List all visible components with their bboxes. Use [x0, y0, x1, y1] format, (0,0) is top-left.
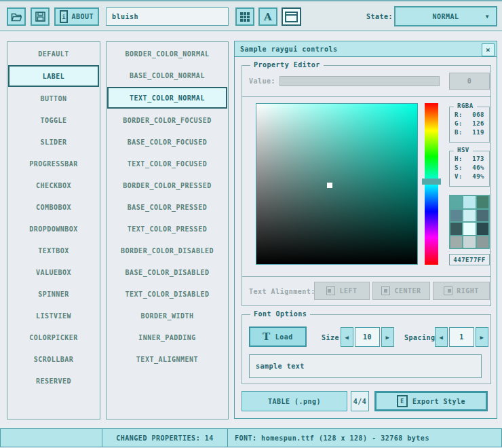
swatch[interactable]	[450, 210, 462, 222]
sample-controls-window: Sample raygui controls × Property Editor…	[234, 41, 497, 419]
state-label: State:	[366, 13, 393, 20]
controls-item-progressbar[interactable]: PROGRESSBAR	[7, 153, 100, 174]
controls-item-checkbox[interactable]: CHECKBOX	[7, 174, 100, 196]
property-item-border-color-pressed[interactable]: BORDER_COLOR_PRESSED	[107, 174, 228, 196]
h-label: H:	[455, 155, 463, 164]
rgba-group-label: RGBA	[454, 102, 477, 109]
property-item-border-color-normal[interactable]: BORDER_COLOR_NORMAL	[107, 43, 228, 64]
controls-item-slider[interactable]: SLIDER	[7, 131, 100, 153]
swatch[interactable]	[463, 196, 475, 208]
open-style-button[interactable]	[7, 7, 26, 26]
load-font-button[interactable]: T Load	[249, 326, 307, 347]
swatch[interactable]	[477, 196, 488, 208]
export-format-pages[interactable]: 4/4	[351, 391, 369, 411]
sample-window-titlebar[interactable]: Sample raygui controls ×	[235, 41, 497, 57]
controls-item-default[interactable]: DEFAULT	[7, 43, 100, 64]
font-size-value[interactable]: 10	[355, 327, 380, 347]
style-color-swatches	[449, 195, 490, 249]
property-item-border-color-disabled[interactable]: BORDER_COLOR_DISABLED	[107, 240, 228, 261]
controls-item-reserved[interactable]: RESERVED	[7, 370, 100, 392]
color-picker-sv-panel[interactable]	[256, 103, 418, 265]
property-item-text-color-disabled[interactable]: TEXT_COLOR_DISABLED	[107, 283, 228, 305]
controls-item-valuebox[interactable]: VALUEBOX	[7, 261, 100, 283]
controls-item-combobox[interactable]: COMBOBOX	[7, 196, 100, 218]
value-box[interactable]: 0	[449, 73, 490, 90]
h-value: 173	[472, 155, 484, 164]
font-size-decrease-button[interactable]: ◀	[341, 327, 353, 347]
hex-color-value[interactable]: 447E77FF	[449, 254, 490, 265]
state-dropdown[interactable]: NORMAL ▼	[394, 6, 497, 26]
separator-line	[242, 276, 490, 277]
align-center-button[interactable]: CENTER	[372, 282, 430, 300]
hsv-group: HSV H:173 S:46% V:49%	[449, 151, 490, 187]
property-editor-group-label: Property Editor	[250, 61, 324, 69]
controls-item-spinner[interactable]: SPINNER	[7, 283, 100, 305]
property-item-text-color-pressed[interactable]: TEXT_COLOR_PRESSED	[107, 218, 228, 240]
property-item-text-color-normal[interactable]: TEXT_COLOR_NORMAL	[107, 87, 227, 109]
hsv-group-label: HSV	[454, 147, 473, 153]
controls-item-dropdownbox[interactable]: DROPDOWNBOX	[7, 218, 100, 240]
font-spacing-increase-button[interactable]: ▶	[476, 327, 488, 347]
property-item-base-color-focused[interactable]: BASE_COLOR_FOCUSED	[107, 131, 228, 153]
font-type-icon: T	[263, 331, 271, 343]
close-icon[interactable]: ×	[482, 43, 495, 56]
style-name-input[interactable]	[106, 7, 229, 26]
swatch[interactable]	[477, 236, 488, 248]
color-picker-cursor[interactable]	[327, 183, 332, 188]
property-item-base-color-pressed[interactable]: BASE_COLOR_PRESSED	[107, 196, 228, 218]
property-item-inner-padding[interactable]: INNER_PADDING	[107, 326, 228, 348]
statusbar-font-info: FONT: homespun.ttf (128 x 128) - 32768 b…	[227, 428, 502, 447]
font-spacing-decrease-button[interactable]: ◀	[435, 327, 448, 347]
align-center-label: CENTER	[394, 287, 421, 295]
swatch[interactable]	[477, 223, 488, 235]
font-view-button[interactable]: A	[258, 7, 277, 26]
property-item-border-width[interactable]: BORDER_WIDTH	[107, 305, 228, 326]
align-left-button[interactable]: LEFT	[314, 282, 370, 300]
swatch[interactable]	[477, 210, 488, 222]
swatch[interactable]	[450, 236, 462, 248]
separator-line	[242, 96, 490, 97]
property-item-base-color-normal[interactable]: BASE_COLOR_NORMAL	[107, 64, 228, 86]
property-item-text-alignment[interactable]: TEXT_ALIGNMENT	[107, 348, 228, 370]
property-item-border-color-focused[interactable]: BORDER_COLOR_FOCUSED	[107, 109, 228, 131]
r-label: R:	[455, 111, 463, 119]
export-format-dropdown[interactable]: TABLE (.png)	[242, 391, 347, 411]
load-font-label: Load	[275, 333, 293, 341]
g-value: 126	[472, 119, 484, 128]
swatch[interactable]	[450, 223, 462, 235]
arrow-left-icon: ◀	[440, 334, 444, 341]
controls-item-button[interactable]: BUTTON	[7, 88, 100, 109]
export-file-icon: E	[397, 395, 408, 407]
hue-selector[interactable]	[422, 179, 441, 185]
about-button[interactable]: i ABOUT	[54, 7, 99, 26]
property-item-text-color-focused[interactable]: TEXT_COLOR_FOCUSED	[107, 153, 228, 174]
style-table-view-button[interactable]	[235, 7, 254, 26]
swatch[interactable]	[463, 236, 475, 248]
s-value: 46%	[472, 164, 484, 172]
property-item-base-color-disabled[interactable]: BASE_COLOR_DISABLED	[107, 261, 228, 283]
font-size-increase-button[interactable]: ▶	[381, 327, 394, 347]
swatch[interactable]	[463, 210, 475, 222]
changed-properties-text: CHANGED PROPERTIES: 14	[116, 434, 213, 442]
align-left-icon	[326, 286, 335, 295]
sample-text-input[interactable]: sample text	[249, 354, 482, 378]
save-style-button[interactable]	[31, 7, 50, 26]
info-icon: i	[60, 10, 68, 23]
controls-view-button[interactable]	[282, 7, 301, 26]
value-slider[interactable]	[279, 76, 440, 86]
font-spacing-value[interactable]: 1	[449, 327, 474, 347]
controls-item-toggle[interactable]: TOGGLE	[7, 109, 100, 131]
swatch[interactable]	[463, 223, 475, 235]
swatch[interactable]	[450, 196, 462, 208]
v-label: V:	[455, 172, 463, 181]
controls-item-listview[interactable]: LISTVIEW	[7, 305, 100, 326]
align-right-button[interactable]: RIGHT	[433, 282, 490, 300]
controls-item-label[interactable]: LABEL	[8, 65, 99, 87]
controls-item-textbox[interactable]: TEXTBOX	[7, 240, 100, 261]
controls-item-colorpicker[interactable]: COLORPICKER	[7, 326, 100, 348]
toolbar: i ABOUT A State: NORMAL ▼	[0, 0, 502, 31]
align-right-label: RIGHT	[457, 287, 479, 295]
export-style-button[interactable]: E Export Style	[374, 391, 488, 411]
state-dropdown-value: NORMAL	[432, 13, 459, 20]
controls-item-scrollbar[interactable]: SCROLLBAR	[7, 348, 100, 370]
